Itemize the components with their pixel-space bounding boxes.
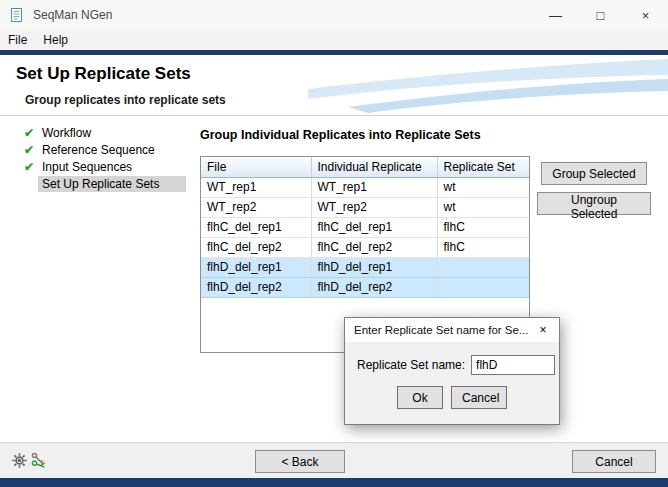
table-row-selected[interactable]: flhD_del_rep1 flhD_del_rep1 bbox=[201, 257, 529, 277]
table-action-buttons: Group Selected Ungroup Selected bbox=[537, 162, 651, 222]
table-row[interactable]: flhC_del_rep1 flhC_del_rep1 flhC bbox=[201, 217, 529, 237]
window-title: SeqMan NGen bbox=[33, 8, 112, 22]
cell-set: wt bbox=[437, 177, 529, 197]
cell-file: WT_rep1 bbox=[201, 177, 311, 197]
gear-icon[interactable] bbox=[11, 452, 28, 469]
column-header-replicate-set[interactable]: Replicate Set bbox=[437, 157, 529, 177]
column-header-individual-replicate[interactable]: Individual Replicate bbox=[311, 157, 437, 177]
decorative-swoosh bbox=[308, 55, 668, 115]
cell-replicate: flhC_del_rep1 bbox=[311, 217, 437, 237]
sidebar-item-label: Workflow bbox=[38, 125, 95, 141]
bottom-divider bbox=[0, 478, 668, 487]
check-icon: ✔ bbox=[21, 160, 37, 174]
page-subtitle: Group replicates into replicate sets bbox=[25, 93, 226, 107]
sidebar-item-input-sequences[interactable]: ✔ Input Sequences bbox=[0, 158, 190, 175]
sidebar-item-label: Input Sequences bbox=[38, 159, 136, 175]
minimize-button[interactable]: — bbox=[533, 0, 578, 30]
app-window: SeqMan NGen — □ × File Help Set Up Repli… bbox=[0, 0, 668, 487]
cell-set bbox=[437, 277, 529, 297]
page-header: Set Up Replicate Sets Group replicates i… bbox=[0, 55, 668, 116]
wizard-steps-sidebar: ✔ Workflow ✔ Reference Sequence ✔ Input … bbox=[0, 124, 190, 192]
menu-file[interactable]: File bbox=[0, 31, 35, 49]
dialog-buttons: Ok Cancel bbox=[345, 386, 559, 409]
cell-file: flhC_del_rep2 bbox=[201, 237, 311, 257]
dialog-titlebar: Enter Replicate Set name for Se... × bbox=[345, 318, 559, 342]
section-heading: Group Individual Replicates into Replica… bbox=[200, 128, 481, 142]
cell-replicate: flhC_del_rep2 bbox=[311, 237, 437, 257]
table-row[interactable]: flhC_del_rep2 flhC_del_rep2 flhC bbox=[201, 237, 529, 257]
cell-set: flhC bbox=[437, 217, 529, 237]
cell-file: flhD_del_rep1 bbox=[201, 257, 311, 277]
check-icon: ✔ bbox=[21, 126, 37, 140]
check-icon: ✔ bbox=[21, 143, 37, 157]
cell-file: WT_rep2 bbox=[201, 197, 311, 217]
window-controls: — □ × bbox=[533, 0, 668, 30]
page-title: Set Up Replicate Sets bbox=[16, 64, 191, 84]
replicate-set-name-label: Replicate Set name: bbox=[357, 358, 465, 372]
maximize-button[interactable]: □ bbox=[578, 0, 623, 30]
cell-file: flhD_del_rep2 bbox=[201, 277, 311, 297]
table-row-selected[interactable]: flhD_del_rep2 flhD_del_rep2 bbox=[201, 277, 529, 297]
group-selected-button[interactable]: Group Selected bbox=[541, 162, 647, 185]
sidebar-item-set-up-replicate-sets[interactable]: Set Up Replicate Sets bbox=[0, 175, 190, 192]
replicate-set-name-dialog: Enter Replicate Set name for Se... × Rep… bbox=[344, 317, 560, 425]
cell-set: wt bbox=[437, 197, 529, 217]
ok-button[interactable]: Ok bbox=[397, 386, 443, 409]
cancel-button[interactable]: Cancel bbox=[572, 450, 656, 473]
cell-replicate: WT_rep1 bbox=[311, 177, 437, 197]
content-area: ✔ Workflow ✔ Reference Sequence ✔ Input … bbox=[0, 116, 668, 442]
table-header-row: File Individual Replicate Replicate Set bbox=[201, 157, 529, 177]
column-header-file[interactable]: File bbox=[201, 157, 311, 177]
menu-help[interactable]: Help bbox=[35, 31, 76, 49]
cell-replicate: WT_rep2 bbox=[311, 197, 437, 217]
sidebar-item-label: Reference Sequence bbox=[38, 142, 159, 158]
dialog-input-row: Replicate Set name: bbox=[357, 355, 555, 375]
cell-set bbox=[437, 257, 529, 277]
sidebar-item-reference-sequence[interactable]: ✔ Reference Sequence bbox=[0, 141, 190, 158]
sidebar-item-workflow[interactable]: ✔ Workflow bbox=[0, 124, 190, 141]
dialog-close-icon[interactable]: × bbox=[527, 318, 559, 342]
titlebar: SeqMan NGen — □ × bbox=[0, 0, 668, 30]
menubar: File Help bbox=[0, 30, 668, 50]
table-row[interactable]: WT_rep1 WT_rep1 wt bbox=[201, 177, 529, 197]
back-button[interactable]: < Back bbox=[255, 450, 345, 473]
ungroup-selected-button[interactable]: Ungroup Selected bbox=[537, 192, 651, 215]
cell-replicate: flhD_del_rep2 bbox=[311, 277, 437, 297]
sidebar-item-label: Set Up Replicate Sets bbox=[38, 176, 186, 192]
keys-icon[interactable] bbox=[30, 451, 48, 469]
close-button[interactable]: × bbox=[623, 0, 668, 30]
cell-set: flhC bbox=[437, 237, 529, 257]
footer-icons bbox=[11, 451, 50, 469]
dialog-cancel-button[interactable]: Cancel bbox=[451, 386, 507, 409]
table-row[interactable]: WT_rep2 WT_rep2 wt bbox=[201, 197, 529, 217]
footer-bar: < Back Cancel bbox=[0, 442, 668, 478]
cell-file: flhC_del_rep1 bbox=[201, 217, 311, 237]
dialog-title: Enter Replicate Set name for Se... bbox=[354, 324, 529, 336]
app-icon bbox=[9, 7, 25, 23]
cell-replicate: flhD_del_rep1 bbox=[311, 257, 437, 277]
replicate-set-name-input[interactable] bbox=[471, 355, 555, 375]
replicates-table: File Individual Replicate Replicate Set … bbox=[201, 157, 529, 298]
